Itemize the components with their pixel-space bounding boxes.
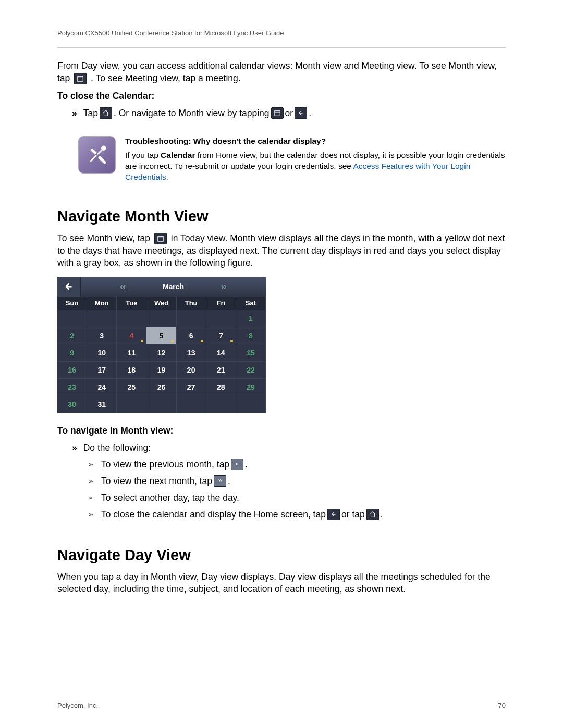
calendar-day-cell[interactable]: 21 (206, 361, 236, 378)
calendar-dow: Mon (87, 297, 117, 310)
calendar-day-cell[interactable]: 28 (206, 378, 236, 396)
calendar-day-cell (87, 310, 117, 327)
calendar-dow: Sun (57, 297, 87, 310)
day-paragraph: When you tap a day in Month view, Day vi… (57, 571, 506, 596)
intro-text-b: . To see Meeting view, tap a meeting. (91, 73, 241, 83)
calendar-day-cell[interactable]: 4 (117, 327, 146, 344)
intro-paragraph: From Day view, you can access additional… (57, 60, 506, 84)
troubleshooting-body: If you tap Calendar from Home view, but … (125, 150, 506, 183)
calendar-day-cell[interactable]: 6 (177, 327, 206, 344)
troubleshooting-box: Troubleshooting: Why doesn't the calenda… (78, 136, 506, 183)
calendar-day-cell[interactable]: 29 (236, 378, 266, 396)
do-following: Do the following: (57, 440, 506, 455)
calendar-day-cell[interactable]: 12 (146, 344, 176, 361)
calendar-day-cell[interactable]: 23 (57, 378, 87, 396)
calendar-icon (154, 233, 167, 244)
home-icon (366, 509, 379, 520)
calendar-dow: Fri (206, 297, 236, 310)
calendar-day-cell[interactable]: 2 (57, 327, 87, 344)
calendar-prev-month[interactable]: « (120, 281, 126, 292)
calendar-day-cell[interactable]: 18 (117, 361, 146, 378)
calendar-day-cell (146, 396, 176, 413)
calendar-figure: « March » SunMonTueWedThuFriSat 12345678… (57, 277, 266, 413)
calendar-day-cell[interactable]: 14 (206, 344, 236, 361)
calendar-day-cell[interactable]: 26 (146, 378, 176, 396)
svg-rect-7 (158, 237, 164, 242)
page-header: Polycom CX5500 Unified Conference Statio… (57, 29, 506, 48)
calendar-day-cell[interactable]: 22 (236, 361, 266, 378)
close-calendar-step: Tap . Or navigate to Month view by tappi… (57, 106, 506, 120)
calendar-day-cell[interactable]: 7 (206, 327, 236, 344)
prev-month-step: To view the previous month, tap « . (57, 457, 506, 472)
calendar-dow: Sat (236, 297, 266, 310)
back-arrow-icon (327, 509, 340, 520)
month-paragraph: To see Month view, tap in Today view. Mo… (57, 232, 506, 269)
calendar-dow: Wed (146, 297, 176, 310)
tools-icon (78, 136, 116, 174)
calendar-day-cell[interactable]: 17 (87, 361, 117, 378)
footer-left: Polycom, Inc. (57, 701, 98, 709)
calendar-day-cell (177, 396, 206, 413)
calendar-next-month[interactable]: » (221, 281, 227, 292)
calendar-day-cell (117, 310, 146, 327)
calendar-day-cell (117, 396, 146, 413)
calendar-day-cell[interactable]: 3 (87, 327, 117, 344)
calendar-day-cell[interactable]: 1 (236, 310, 266, 327)
calendar-dow: Thu (177, 297, 206, 310)
calendar-day-cell[interactable]: 10 (87, 344, 117, 361)
calendar-day-cell[interactable]: 31 (87, 396, 117, 413)
calendar-day-cell[interactable]: 30 (57, 396, 87, 413)
close-calendar-heading: To close the Calendar: (57, 91, 506, 102)
calendar-day-cell (236, 396, 266, 413)
calendar-day-cell[interactable]: 16 (57, 361, 87, 378)
calendar-day-cell (57, 310, 87, 327)
close-cal-text-d: . (309, 106, 311, 120)
calendar-day-cell (206, 396, 236, 413)
calendar-icon (271, 107, 284, 119)
calendar-day-cell[interactable]: 13 (177, 344, 206, 361)
calendar-month-label: March (163, 282, 184, 291)
home-icon (100, 107, 112, 119)
svg-rect-0 (78, 77, 83, 82)
close-cal-text-a: Tap (83, 106, 98, 120)
calendar-day-cell[interactable]: 25 (117, 378, 146, 396)
calendar-day-cell[interactable]: 8 (236, 327, 266, 344)
close-home-step: To close the calendar and display the Ho… (57, 507, 506, 522)
chevron-left-icon: « (231, 459, 243, 470)
calendar-day-cell (206, 310, 236, 327)
troubleshooting-title: Troubleshooting: Why doesn't the calenda… (125, 136, 506, 147)
chevron-right-icon: » (214, 475, 226, 487)
calendar-day-cell[interactable]: 19 (146, 361, 176, 378)
calendar-day-cell[interactable]: 20 (177, 361, 206, 378)
calendar-day-cell (177, 310, 206, 327)
footer-page-number: 70 (498, 701, 506, 709)
select-day-step: To select another day, tap the day. (57, 490, 506, 505)
svg-rect-4 (274, 111, 280, 116)
next-month-step: To view the next month, tap » . (57, 474, 506, 488)
svg-point-6 (101, 146, 106, 151)
close-cal-text-c: or (285, 106, 293, 120)
calendar-day-cell[interactable]: 9 (57, 344, 87, 361)
calendar-day-cell[interactable]: 27 (177, 378, 206, 396)
calendar-day-cell (146, 310, 176, 327)
calendar-day-cell[interactable]: 15 (236, 344, 266, 361)
calendar-dow: Tue (117, 297, 146, 310)
calendar-icon (74, 73, 87, 84)
calendar-day-cell[interactable]: 5 (146, 327, 176, 344)
close-cal-text-b: . Or navigate to Month view by tapping (114, 106, 270, 120)
navigate-day-heading: Navigate Day View (57, 547, 506, 564)
navigate-month-sub: To navigate in Month view: (57, 425, 506, 436)
calendar-day-cell[interactable]: 11 (117, 344, 146, 361)
calendar-back-button[interactable] (57, 277, 81, 297)
navigate-month-heading: Navigate Month View (57, 208, 506, 225)
calendar-day-cell[interactable]: 24 (87, 378, 117, 396)
back-arrow-icon (295, 107, 307, 119)
